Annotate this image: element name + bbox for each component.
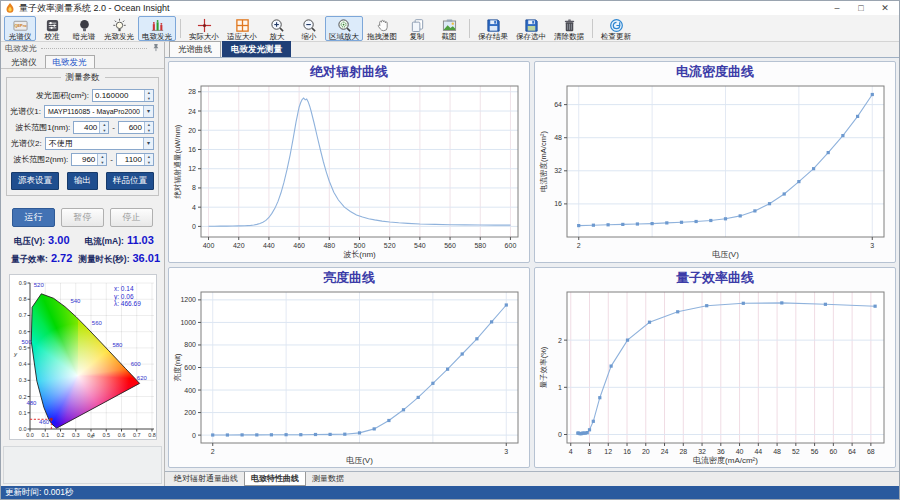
pin-icon[interactable] xyxy=(151,43,160,54)
svg-text:电压(V): 电压(V) xyxy=(346,456,373,465)
spectrometer1-select[interactable]: MAYP116085 - MayaPro2000 ▾ xyxy=(44,105,154,118)
toolbar-button-label: 区域放大 xyxy=(329,33,359,41)
toolbar-button-photoluminescence[interactable]: 光致发光 xyxy=(100,16,138,41)
spectrometer2-value: 不使用 xyxy=(46,138,76,149)
sample-position-button[interactable]: 样品位置 xyxy=(106,172,154,190)
close-button[interactable]: ✕ xyxy=(873,2,897,15)
svg-text:600: 600 xyxy=(505,242,517,249)
main-tab-1[interactable]: 电致发光测量 xyxy=(222,41,291,57)
svg-text:0: 0 xyxy=(192,223,196,230)
svg-text:0: 0 xyxy=(192,431,196,438)
run-button[interactable]: 运行 xyxy=(12,208,55,227)
area-value: 0.160000 xyxy=(93,90,144,101)
bottom-tab-2[interactable]: 测量数据 xyxy=(306,472,350,485)
toolbar-button-actual-size[interactable]: 实际大小 xyxy=(185,16,223,41)
save-selected-icon xyxy=(524,18,539,33)
svg-text:0.7: 0.7 xyxy=(132,432,140,438)
dark-spectrum-icon xyxy=(77,18,92,33)
spinner-arrows-icon[interactable]: ▴▾ xyxy=(144,90,153,101)
bottom-tab-0[interactable]: 绝对辐射通量曲线 xyxy=(168,472,244,485)
sidebar-tab-0[interactable]: 光谱仪 xyxy=(3,55,45,68)
bottom-tab-1[interactable]: 电致特性曲线 xyxy=(244,472,306,486)
toolbar-button-label: 截图 xyxy=(442,33,457,41)
svg-text:3: 3 xyxy=(504,448,508,455)
zoom-in-icon xyxy=(270,18,285,33)
toolbar-button-check-update[interactable]: 检查更新 xyxy=(597,16,635,41)
toolbar-button-copy[interactable]: 复制 xyxy=(401,16,433,41)
svg-text:0.2: 0.2 xyxy=(18,394,26,400)
range1-label: 波长范围1(nm): xyxy=(15,122,70,133)
svg-text:20: 20 xyxy=(642,448,650,455)
toolbar-separator xyxy=(180,19,181,38)
toolbar: QEPro光谱仪校准暗光谱光致发光电致发光实际大小适应大小放大缩小区域放大拖拽漫… xyxy=(1,15,899,42)
toolbar-button-dark-spectrum[interactable]: 暗光谱 xyxy=(68,16,100,41)
source-settings-button[interactable]: 源表设置 xyxy=(11,172,59,190)
svg-text:1: 1 xyxy=(558,383,562,390)
run-controls: 运行 暂停 停止 xyxy=(9,208,156,227)
svg-text:200: 200 xyxy=(184,409,196,416)
range1-from-spinner[interactable]: 400 ▴▾ xyxy=(73,121,109,134)
svg-text:68: 68 xyxy=(867,448,875,455)
range2-to-spinner[interactable]: 1100 ▴▾ xyxy=(116,153,154,166)
toolbar-button-calibrate[interactable]: 校准 xyxy=(36,16,68,41)
minimize-button[interactable]: – xyxy=(825,2,849,15)
spinner-arrows-icon[interactable]: ▴▾ xyxy=(144,122,153,133)
toolbar-button-screenshot[interactable]: 截图 xyxy=(433,16,465,41)
toolbar-button-label: 拖拽漫图 xyxy=(367,33,397,41)
toolbar-button-zoom-in[interactable]: 放大 xyxy=(261,16,293,41)
toolbar-button-pan[interactable]: 拖拽漫图 xyxy=(363,16,401,41)
toolbar-button-label: 保存选中 xyxy=(516,33,546,41)
spinner-arrows-icon[interactable]: ▴▾ xyxy=(97,154,106,165)
main-tab-0[interactable]: 光谱曲线 xyxy=(169,41,221,57)
spinner-arrows-icon[interactable]: ▴▾ xyxy=(144,154,153,165)
stop-button[interactable]: 停止 xyxy=(110,208,153,227)
svg-text:0.4: 0.4 xyxy=(18,361,26,367)
current-readout: 电流(mA): 11.03 xyxy=(78,234,160,248)
check-update-icon xyxy=(609,18,624,33)
sidebar-tab-1[interactable]: 电致发光 xyxy=(45,55,95,68)
group-title: 测量参数 xyxy=(61,72,105,84)
toolbar-button-label: 保存结果 xyxy=(478,33,508,41)
toolbar-group-2: 保存结果保存选中清除数据 xyxy=(474,16,588,41)
range2-from-spinner[interactable]: 960 ▴▾ xyxy=(71,153,107,166)
toolbar-button-label: 缩小 xyxy=(302,33,317,41)
svg-text:QEPro: QEPro xyxy=(14,23,27,28)
svg-text:560: 560 xyxy=(444,242,456,249)
radiance-chart-plot[interactable]: 4004204404604805005205405605806000481216… xyxy=(171,81,528,259)
toolbar-button-zoom-out[interactable]: 缩小 xyxy=(293,16,325,41)
output-button[interactable]: 输出 xyxy=(67,172,98,190)
quantum-efficiency-chart-plot[interactable]: 48121620242832364044485256606468012电流密度(… xyxy=(537,287,894,465)
spinner-arrows-icon[interactable]: ▴▾ xyxy=(99,122,108,133)
svg-text:0.9: 0.9 xyxy=(18,280,26,286)
svg-text:0.6: 0.6 xyxy=(117,432,125,438)
toolbar-button-spectrometer[interactable]: QEPro光谱仪 xyxy=(4,16,36,41)
toolbar-button-label: 适应大小 xyxy=(227,33,257,41)
current-density-chart-plot[interactable]: 2316324864电压(V)电流密度(mA/cm²) xyxy=(537,81,894,259)
svg-text:电流密度(mA/cm²): 电流密度(mA/cm²) xyxy=(693,456,758,465)
spectrometer2-label: 光谱仪2: xyxy=(11,138,42,149)
chevron-down-icon[interactable]: ▾ xyxy=(143,106,153,117)
pause-button[interactable]: 暂停 xyxy=(61,208,104,227)
svg-text:0.8: 0.8 xyxy=(148,432,156,438)
svg-text:4: 4 xyxy=(569,448,573,455)
actual-size-icon xyxy=(197,18,212,33)
toolbar-button-clear-data[interactable]: 清除数据 xyxy=(550,16,588,41)
spectrometer2-select[interactable]: 不使用 ▾ xyxy=(45,137,154,150)
fit-size-icon xyxy=(235,18,250,33)
area-spinner[interactable]: 0.160000 ▴▾ xyxy=(92,89,154,102)
svg-text:28: 28 xyxy=(188,88,196,95)
toolbar-button-save-selected[interactable]: 保存选中 xyxy=(512,16,550,41)
maximize-button[interactable]: □ xyxy=(849,2,873,15)
luminance-chart-plot[interactable]: 23020040060080010001200电压(V)亮度(nit) xyxy=(171,287,528,465)
toolbar-button-label: 光致发光 xyxy=(104,33,134,41)
toolbar-button-electroluminescence[interactable]: 电致发光 xyxy=(138,16,176,41)
chevron-down-icon[interactable]: ▾ xyxy=(143,138,153,149)
svg-text:8: 8 xyxy=(192,184,196,191)
svg-text:32: 32 xyxy=(698,448,706,455)
svg-text:16: 16 xyxy=(623,448,631,455)
toolbar-button-save-results[interactable]: 保存结果 xyxy=(474,16,512,41)
toolbar-button-fit-size[interactable]: 适应大小 xyxy=(223,16,261,41)
toolbar-button-zoom-region[interactable]: 区域放大 xyxy=(325,16,363,41)
range1-to-spinner[interactable]: 600 ▴▾ xyxy=(118,121,154,134)
range1-to-value: 600 xyxy=(119,122,144,133)
